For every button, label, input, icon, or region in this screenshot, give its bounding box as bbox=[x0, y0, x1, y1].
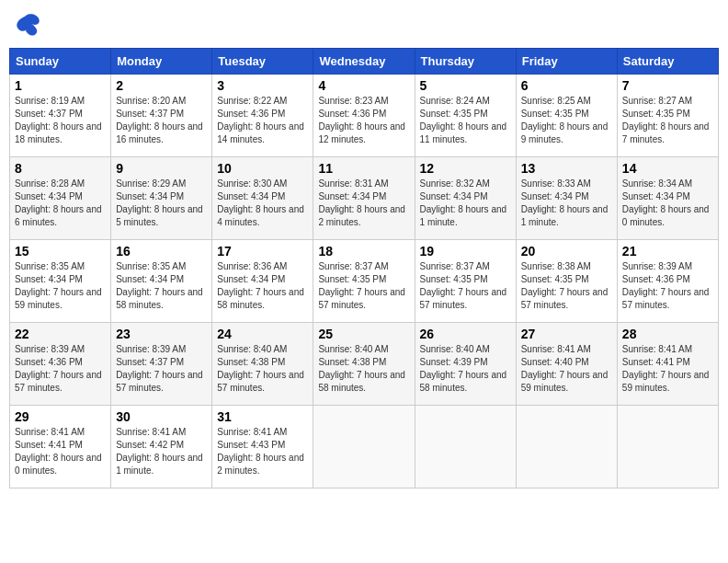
calendar-cell: 30 Sunrise: 8:41 AMSunset: 4:42 PMDaylig… bbox=[111, 406, 212, 488]
calendar-cell: 3 Sunrise: 8:22 AMSunset: 4:36 PMDayligh… bbox=[212, 75, 313, 157]
calendar-header-row: SundayMondayTuesdayWednesdayThursdayFrid… bbox=[10, 49, 719, 75]
day-number: 17 bbox=[217, 244, 308, 259]
day-info: Sunrise: 8:36 AMSunset: 4:34 PMDaylight:… bbox=[217, 261, 304, 310]
day-info: Sunrise: 8:35 AMSunset: 4:34 PMDaylight:… bbox=[116, 261, 203, 310]
calendar-table: SundayMondayTuesdayWednesdayThursdayFrid… bbox=[9, 48, 719, 488]
day-info: Sunrise: 8:41 AMSunset: 4:41 PMDaylight:… bbox=[15, 427, 102, 476]
page-header bbox=[9, 9, 719, 42]
calendar-cell bbox=[617, 406, 718, 488]
calendar-cell: 14 Sunrise: 8:34 AMSunset: 4:34 PMDaylig… bbox=[617, 157, 718, 240]
calendar-cell: 15 Sunrise: 8:35 AMSunset: 4:34 PMDaylig… bbox=[10, 240, 111, 323]
calendar-cell: 18 Sunrise: 8:37 AMSunset: 4:35 PMDaylig… bbox=[313, 240, 415, 323]
day-number: 2 bbox=[116, 78, 207, 93]
calendar-cell: 17 Sunrise: 8:36 AMSunset: 4:34 PMDaylig… bbox=[212, 240, 313, 323]
calendar-week-row: 15 Sunrise: 8:35 AMSunset: 4:34 PMDaylig… bbox=[10, 240, 719, 323]
day-info: Sunrise: 8:23 AMSunset: 4:36 PMDaylight:… bbox=[318, 96, 405, 144]
calendar-cell: 22 Sunrise: 8:39 AMSunset: 4:36 PMDaylig… bbox=[10, 323, 111, 406]
day-number: 24 bbox=[217, 327, 308, 341]
day-info: Sunrise: 8:39 AMSunset: 4:37 PMDaylight:… bbox=[116, 344, 203, 393]
day-info: Sunrise: 8:32 AMSunset: 4:34 PMDaylight:… bbox=[420, 178, 507, 227]
day-info: Sunrise: 8:41 AMSunset: 4:42 PMDaylight:… bbox=[116, 427, 203, 476]
day-number: 14 bbox=[622, 161, 713, 176]
logo bbox=[9, 9, 46, 42]
day-info: Sunrise: 8:41 AMSunset: 4:41 PMDaylight:… bbox=[622, 344, 710, 393]
calendar-cell: 13 Sunrise: 8:33 AMSunset: 4:34 PMDaylig… bbox=[516, 157, 617, 240]
calendar-cell: 1 Sunrise: 8:19 AMSunset: 4:37 PMDayligh… bbox=[10, 75, 111, 157]
day-number: 3 bbox=[217, 78, 308, 93]
calendar-cell: 12 Sunrise: 8:32 AMSunset: 4:34 PMDaylig… bbox=[415, 157, 516, 240]
day-info: Sunrise: 8:29 AMSunset: 4:34 PMDaylight:… bbox=[116, 178, 203, 227]
day-info: Sunrise: 8:37 AMSunset: 4:35 PMDaylight:… bbox=[420, 261, 507, 310]
day-number: 30 bbox=[116, 409, 207, 424]
day-info: Sunrise: 8:25 AMSunset: 4:35 PMDaylight:… bbox=[521, 96, 609, 144]
day-info: Sunrise: 8:38 AMSunset: 4:35 PMDaylight:… bbox=[521, 261, 609, 310]
day-number: 25 bbox=[318, 327, 409, 341]
day-info: Sunrise: 8:24 AMSunset: 4:35 PMDaylight:… bbox=[420, 96, 507, 144]
day-number: 31 bbox=[217, 409, 308, 424]
day-number: 11 bbox=[318, 161, 409, 176]
day-number: 21 bbox=[622, 244, 713, 259]
calendar-cell: 25 Sunrise: 8:40 AMSunset: 4:38 PMDaylig… bbox=[313, 323, 415, 406]
calendar-cell: 16 Sunrise: 8:35 AMSunset: 4:34 PMDaylig… bbox=[111, 240, 212, 323]
day-number: 29 bbox=[15, 409, 106, 424]
day-number: 16 bbox=[116, 244, 207, 259]
day-info: Sunrise: 8:35 AMSunset: 4:34 PMDaylight:… bbox=[15, 261, 102, 310]
day-info: Sunrise: 8:20 AMSunset: 4:37 PMDaylight:… bbox=[116, 96, 203, 144]
day-of-week-header: Tuesday bbox=[212, 49, 313, 75]
calendar-cell: 5 Sunrise: 8:24 AMSunset: 4:35 PMDayligh… bbox=[415, 75, 516, 157]
day-info: Sunrise: 8:40 AMSunset: 4:38 PMDaylight:… bbox=[318, 344, 405, 393]
calendar-cell: 29 Sunrise: 8:41 AMSunset: 4:41 PMDaylig… bbox=[10, 406, 111, 488]
calendar-cell: 21 Sunrise: 8:39 AMSunset: 4:36 PMDaylig… bbox=[617, 240, 718, 323]
day-info: Sunrise: 8:37 AMSunset: 4:35 PMDaylight:… bbox=[318, 261, 405, 310]
day-number: 22 bbox=[15, 327, 106, 341]
calendar-cell: 24 Sunrise: 8:40 AMSunset: 4:38 PMDaylig… bbox=[212, 323, 313, 406]
day-number: 27 bbox=[521, 327, 612, 341]
day-number: 13 bbox=[521, 161, 612, 176]
day-number: 12 bbox=[420, 161, 511, 176]
day-number: 20 bbox=[521, 244, 612, 259]
calendar-cell: 31 Sunrise: 8:41 AMSunset: 4:43 PMDaylig… bbox=[212, 406, 313, 488]
day-number: 6 bbox=[521, 78, 612, 93]
day-info: Sunrise: 8:22 AMSunset: 4:36 PMDaylight:… bbox=[217, 96, 304, 144]
day-number: 4 bbox=[318, 78, 409, 93]
calendar-cell: 9 Sunrise: 8:29 AMSunset: 4:34 PMDayligh… bbox=[111, 157, 212, 240]
day-info: Sunrise: 8:33 AMSunset: 4:34 PMDaylight:… bbox=[521, 178, 609, 227]
day-info: Sunrise: 8:39 AMSunset: 4:36 PMDaylight:… bbox=[622, 261, 710, 310]
day-info: Sunrise: 8:31 AMSunset: 4:34 PMDaylight:… bbox=[318, 178, 405, 227]
day-number: 15 bbox=[15, 244, 106, 259]
logo-bird-icon bbox=[9, 9, 42, 42]
day-of-week-header: Friday bbox=[516, 49, 617, 75]
day-number: 23 bbox=[116, 327, 207, 341]
day-number: 18 bbox=[318, 244, 409, 259]
calendar-cell: 19 Sunrise: 8:37 AMSunset: 4:35 PMDaylig… bbox=[415, 240, 516, 323]
calendar-cell: 23 Sunrise: 8:39 AMSunset: 4:37 PMDaylig… bbox=[111, 323, 212, 406]
calendar-cell: 20 Sunrise: 8:38 AMSunset: 4:35 PMDaylig… bbox=[516, 240, 617, 323]
day-info: Sunrise: 8:19 AMSunset: 4:37 PMDaylight:… bbox=[15, 96, 102, 144]
calendar-cell bbox=[415, 406, 516, 488]
calendar-cell: 4 Sunrise: 8:23 AMSunset: 4:36 PMDayligh… bbox=[313, 75, 415, 157]
day-info: Sunrise: 8:41 AMSunset: 4:40 PMDaylight:… bbox=[521, 344, 609, 393]
day-info: Sunrise: 8:41 AMSunset: 4:43 PMDaylight:… bbox=[217, 427, 304, 476]
calendar-cell: 7 Sunrise: 8:27 AMSunset: 4:35 PMDayligh… bbox=[617, 75, 718, 157]
calendar-cell: 6 Sunrise: 8:25 AMSunset: 4:35 PMDayligh… bbox=[516, 75, 617, 157]
day-number: 26 bbox=[420, 327, 511, 341]
day-of-week-header: Wednesday bbox=[313, 49, 415, 75]
day-number: 5 bbox=[420, 78, 511, 93]
day-number: 10 bbox=[217, 161, 308, 176]
calendar-cell: 28 Sunrise: 8:41 AMSunset: 4:41 PMDaylig… bbox=[617, 323, 718, 406]
day-number: 19 bbox=[420, 244, 511, 259]
day-number: 28 bbox=[622, 327, 713, 341]
calendar-week-row: 8 Sunrise: 8:28 AMSunset: 4:34 PMDayligh… bbox=[10, 157, 719, 240]
day-info: Sunrise: 8:40 AMSunset: 4:38 PMDaylight:… bbox=[217, 344, 304, 393]
day-info: Sunrise: 8:30 AMSunset: 4:34 PMDaylight:… bbox=[217, 178, 304, 227]
calendar-cell bbox=[313, 406, 415, 488]
calendar-cell: 2 Sunrise: 8:20 AMSunset: 4:37 PMDayligh… bbox=[111, 75, 212, 157]
day-info: Sunrise: 8:28 AMSunset: 4:34 PMDaylight:… bbox=[15, 178, 102, 227]
calendar-cell: 11 Sunrise: 8:31 AMSunset: 4:34 PMDaylig… bbox=[313, 157, 415, 240]
day-number: 7 bbox=[622, 78, 713, 93]
day-info: Sunrise: 8:39 AMSunset: 4:36 PMDaylight:… bbox=[15, 344, 102, 393]
day-of-week-header: Thursday bbox=[415, 49, 516, 75]
day-number: 1 bbox=[15, 78, 106, 93]
day-of-week-header: Sunday bbox=[10, 49, 111, 75]
calendar-cell: 27 Sunrise: 8:41 AMSunset: 4:40 PMDaylig… bbox=[516, 323, 617, 406]
